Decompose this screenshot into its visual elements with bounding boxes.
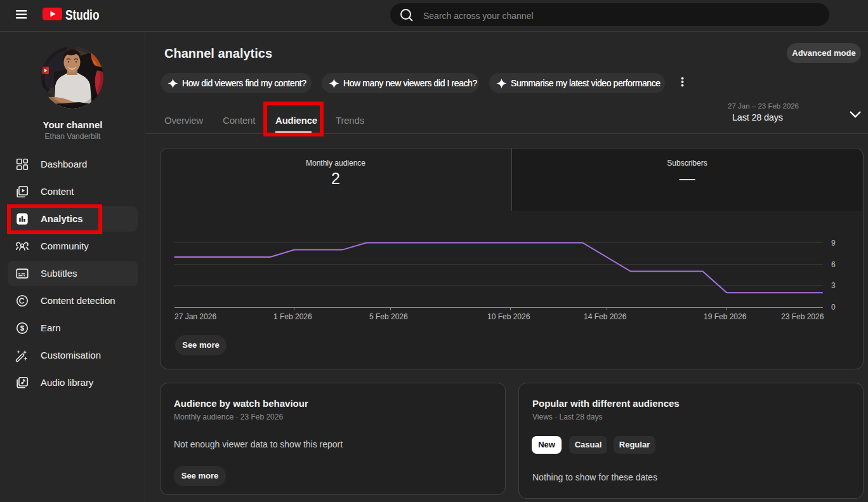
- svg-text:$: $: [20, 324, 25, 332]
